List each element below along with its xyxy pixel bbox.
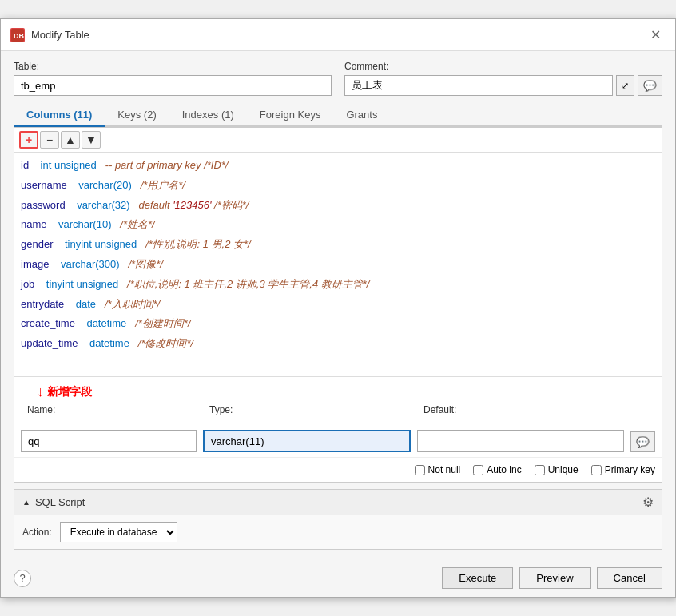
expand-comment-button[interactable]: ⤢ <box>616 75 634 96</box>
column-editor-area: + − ▲ ▼ id int unsigned <box>14 127 662 483</box>
primary-key-checkbox[interactable] <box>591 465 602 475</box>
sql-section: ▲ SQL Script ⚙ Action: Execute in databa… <box>14 489 662 550</box>
not-null-checkbox-group: Not null <box>415 464 461 475</box>
col-type: varchar(300) <box>61 258 120 270</box>
col-comment: /*用户名*/ <box>141 179 185 191</box>
col-type: varchar(10) <box>58 218 111 230</box>
col-name: username <box>21 179 67 191</box>
col-comment: /*修改时间*/ <box>138 337 193 349</box>
col-type: tinyint unsigned <box>46 278 118 290</box>
primary-key-checkbox-group: Primary key <box>591 464 655 475</box>
cancel-button[interactable]: Cancel <box>597 567 662 589</box>
action-row: Action: Execute in database Store to fil… <box>14 515 662 549</box>
comment-input[interactable] <box>344 75 613 96</box>
auto-inc-checkbox-group: Auto inc <box>473 464 521 475</box>
new-field-annotation: 新增字段 <box>47 385 92 399</box>
list-item[interactable]: gender tinyint unsigned /*性别,说明: 1 男,2 女… <box>21 235 655 255</box>
col-name: entrydate <box>21 298 64 310</box>
col-comment: /*性别,说明: 1 男,2 女*/ <box>145 238 250 250</box>
action-select[interactable]: Execute in database Store to file Show o… <box>60 522 177 542</box>
up-icon: ▲ <box>65 133 76 146</box>
modify-table-window: DB Modify Table ✕ Table: Comment: ⤢ <box>0 18 676 598</box>
title-bar-left: DB Modify Table <box>10 28 89 42</box>
comment-label: Comment: <box>344 61 662 72</box>
help-button[interactable]: ? <box>14 570 31 587</box>
list-item[interactable]: image varchar(300) /*图像*/ <box>21 255 655 275</box>
not-null-checkbox[interactable] <box>415 465 425 475</box>
default-note-button[interactable]: 💬 <box>630 431 655 452</box>
col-comment: /*职位,说明: 1 班主任,2 讲师,3 学生主管,4 教研主管*/ <box>127 278 369 290</box>
list-item[interactable]: password varchar(32) default '123456' /*… <box>21 196 655 216</box>
expand-icon: ⤢ <box>622 81 629 91</box>
list-item[interactable]: job tinyint unsigned /*职位,说明: 1 班主任,2 讲师… <box>21 275 655 295</box>
unique-checkbox[interactable] <box>535 465 545 475</box>
list-item[interactable]: create_time datetime /*创建时间*/ <box>21 314 655 334</box>
action-label: Action: <box>22 527 52 538</box>
gear-icon[interactable]: ⚙ <box>642 495 654 510</box>
comment-group: Comment: ⤢ 💬 <box>344 61 662 96</box>
tab-keys[interactable]: Keys (2) <box>105 104 169 127</box>
comment-note-button[interactable]: 💬 <box>638 75 662 96</box>
move-down-button[interactable]: ▼ <box>82 131 101 149</box>
col-name: job <box>21 278 34 290</box>
close-button[interactable]: ✕ <box>646 26 666 44</box>
list-item[interactable]: name varchar(10) /*姓名*/ <box>21 215 655 235</box>
list-item[interactable]: update_time datetime /*修改时间*/ <box>21 334 655 354</box>
content-area: Table: Comment: ⤢ 💬 Columns (11) <box>1 51 675 559</box>
down-icon: ▼ <box>85 133 97 146</box>
not-null-label: Not null <box>428 464 461 475</box>
col-comment: /*创建时间*/ <box>135 317 190 329</box>
type-field-group: Type: <box>203 417 411 452</box>
table-label: Table: <box>14 61 332 72</box>
window-icon: DB <box>10 28 25 42</box>
list-item[interactable]: username varchar(20) /*用户名*/ <box>21 176 655 196</box>
list-item[interactable]: id int unsigned -- part of primary key /… <box>21 156 655 176</box>
col-comment: -- part of primary key /*ID*/ <box>105 159 229 171</box>
annotation-row: Name: ↓ 新增字段 <box>21 384 655 400</box>
table-input[interactable] <box>14 75 332 96</box>
col-type: varchar(20) <box>78 179 131 191</box>
preview-button[interactable]: Preview <box>519 567 590 589</box>
svg-text:DB: DB <box>14 32 24 40</box>
arrow-down-icon: ↓ <box>37 384 44 400</box>
unique-checkbox-group: Unique <box>535 464 579 475</box>
col-name: update_time <box>21 337 78 349</box>
auto-inc-checkbox[interactable] <box>473 465 483 475</box>
name-field-group <box>21 430 197 452</box>
bottom-bar: ? Execute Preview Cancel <box>1 559 675 597</box>
note-icon: 💬 <box>636 436 650 448</box>
unique-label: Unique <box>548 464 579 475</box>
move-up-button[interactable]: ▲ <box>61 131 80 149</box>
field-default-input[interactable] <box>417 430 624 452</box>
col-comment: default '123456' /*密码*/ <box>138 199 249 211</box>
field-name-input[interactable] <box>21 430 197 452</box>
execute-button[interactable]: Execute <box>442 567 513 589</box>
checkboxes-row: Not null Auto inc Unique Primary key <box>14 457 662 482</box>
col-type: date <box>76 298 96 310</box>
field-type-input[interactable] <box>203 430 411 452</box>
window-title: Modify Table <box>31 29 89 41</box>
col-type: datetime <box>86 317 126 329</box>
field-inputs-row: Type: Default: 💬 <box>21 417 655 452</box>
sql-header: ▲ SQL Script ⚙ <box>14 490 662 515</box>
remove-column-button[interactable]: − <box>40 131 59 149</box>
action-buttons: Execute Preview Cancel <box>442 567 662 589</box>
col-type: int unsigned <box>41 159 97 171</box>
tab-indexes[interactable]: Indexes (1) <box>169 104 247 127</box>
col-name: name <box>21 218 47 230</box>
table-name-group: Table: <box>14 61 332 96</box>
list-item[interactable]: entrydate date /*入职时间*/ <box>21 295 655 315</box>
tab-columns[interactable]: Columns (11) <box>14 104 105 127</box>
add-column-button[interactable]: + <box>19 131 38 149</box>
col-type: tinyint unsigned <box>65 238 137 250</box>
new-field-form: Name: ↓ 新增字段 Name: Type: Default: Type: <box>14 376 662 452</box>
default-field-group: Default: <box>417 417 624 452</box>
help-icon: ? <box>19 572 25 584</box>
table-form-row: Table: Comment: ⤢ 💬 <box>14 61 662 96</box>
tab-grants[interactable]: Grants <box>333 104 390 127</box>
sql-section-label: SQL Script <box>35 496 85 508</box>
tab-foreign-keys[interactable]: Foreign Keys <box>247 104 334 127</box>
title-bar: DB Modify Table ✕ <box>1 19 675 51</box>
collapse-icon[interactable]: ▲ <box>22 498 30 507</box>
col-type: datetime <box>89 337 129 349</box>
